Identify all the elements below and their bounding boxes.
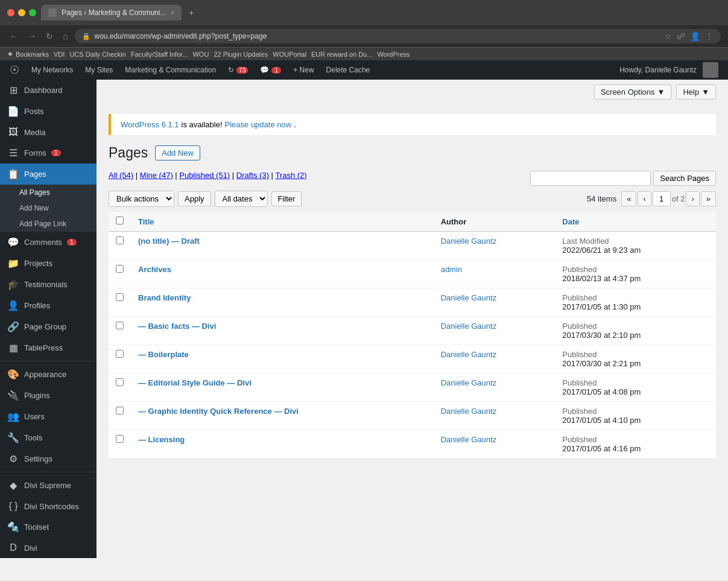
wp-logo-button[interactable]: ☉: [5, 60, 24, 80]
sidebar-item-toolset[interactable]: 🔩 Toolset: [0, 516, 97, 538]
close-dot[interactable]: [7, 9, 14, 16]
sidebar-item-posts[interactable]: 📄 Posts: [0, 101, 97, 122]
minimize-dot[interactable]: [18, 9, 25, 16]
sidebar-item-comments[interactable]: 💬 Comments 1: [0, 232, 97, 253]
prev-page-button[interactable]: ‹: [638, 191, 651, 206]
back-button[interactable]: ←: [7, 30, 21, 42]
sidebar-item-appearance[interactable]: 🎨 Appearance: [0, 364, 97, 385]
my-networks-button[interactable]: My Networks: [27, 60, 78, 80]
address-bar[interactable]: 🔒 wou.edu/marcom/wp-admin/edit.php?post_…: [75, 29, 721, 43]
sidebar-item-tablepress[interactable]: ▦ TablePress: [0, 337, 97, 358]
date-filter-select[interactable]: All dates: [215, 191, 268, 207]
author-link[interactable]: admin: [441, 265, 462, 274]
forward-button[interactable]: →: [25, 30, 39, 42]
page-title-link[interactable]: — Licensing: [138, 435, 185, 444]
delete-cache-button[interactable]: Delete Cache: [321, 60, 375, 80]
reader-icon[interactable]: ☍: [677, 31, 685, 41]
row-checkbox[interactable]: [116, 237, 124, 244]
sidebar-item-settings[interactable]: ⚙ Settings: [0, 448, 97, 469]
sidebar-item-testimonials[interactable]: 🎓 Testimonials: [0, 274, 97, 295]
updates-button[interactable]: ↻ 73: [223, 60, 253, 80]
submenu-all-pages[interactable]: All Pages: [0, 185, 97, 200]
new-content-button[interactable]: + New: [288, 60, 318, 80]
author-link[interactable]: Danielle Gauntz: [441, 293, 497, 302]
row-checkbox[interactable]: [116, 435, 124, 443]
sidebar-item-users[interactable]: 👥 Users: [0, 406, 97, 427]
maximize-dot[interactable]: [29, 9, 36, 16]
apply-button[interactable]: Apply: [178, 191, 211, 206]
sidebar-item-tools[interactable]: 🔧 Tools: [0, 427, 97, 448]
filter-mine[interactable]: Mine (47): [140, 171, 173, 180]
my-sites-button[interactable]: My Sites: [80, 60, 118, 80]
bookmark-wordpress[interactable]: WordPress: [377, 51, 410, 58]
bookmark-wouportal[interactable]: WOUPortal: [273, 51, 306, 58]
new-tab-button[interactable]: +: [189, 8, 194, 17]
bookmark-ucs[interactable]: UCS Daily Checkin: [69, 51, 126, 58]
search-pages-button[interactable]: Search Pages: [653, 171, 716, 186]
bookmark-vdi[interactable]: VDI: [54, 51, 65, 58]
bookmark-plugins[interactable]: 22 Plugin Updates: [214, 51, 268, 58]
row-checkbox[interactable]: [116, 293, 124, 301]
row-checkbox[interactable]: [116, 350, 124, 358]
filter-button[interactable]: Filter: [271, 191, 302, 206]
sidebar-item-divi-supreme[interactable]: ◆ Divi Supreme: [0, 475, 97, 496]
last-page-button[interactable]: »: [701, 191, 716, 206]
submenu-add-new[interactable]: Add New: [0, 200, 97, 216]
update-now-link[interactable]: Please update now: [225, 120, 292, 129]
page-title-link[interactable]: — Basic facts — Divi: [138, 322, 216, 331]
author-link[interactable]: Danielle Gauntz: [441, 378, 497, 387]
bookmark-wou[interactable]: WOU: [192, 51, 209, 58]
bookmark-faculty[interactable]: Faculty/Staff Infor...: [131, 51, 188, 58]
first-page-button[interactable]: «: [621, 191, 636, 206]
author-link[interactable]: Danielle Gauntz: [441, 322, 497, 331]
submenu-add-page-link[interactable]: Add Page Link: [0, 216, 97, 232]
menu-icon[interactable]: ⋮: [705, 31, 714, 41]
next-page-button[interactable]: ›: [686, 191, 699, 206]
sidebar-item-projects[interactable]: 📁 Projects: [0, 253, 97, 274]
update-version-link[interactable]: WordPress 6.1.1: [121, 120, 179, 129]
page-title-link[interactable]: Brand Identity: [138, 293, 191, 302]
bookmark-eur[interactable]: EUR reward on Du...: [311, 51, 372, 58]
page-title-link[interactable]: — Editorial Style Guide — Divi: [138, 378, 252, 387]
sidebar-item-divi-shortcodes[interactable]: { } Divi Shortcodes: [0, 496, 97, 516]
date-sort-link[interactable]: Date: [562, 217, 579, 226]
row-checkbox[interactable]: [116, 378, 124, 386]
bookmark-star-icon[interactable]: ☆: [664, 31, 672, 41]
user-greeting[interactable]: Howdy, Danielle Gauntz: [615, 60, 723, 80]
profile-icon[interactable]: 👤: [690, 31, 700, 41]
sidebar-item-page-group[interactable]: 🔗 Page Group: [0, 316, 97, 337]
browser-tab[interactable]: Pages ‹ Marketing & Communi... ×: [41, 5, 182, 21]
comments-admin-button[interactable]: 💬 1: [255, 60, 286, 80]
tab-close-button[interactable]: ×: [171, 10, 174, 16]
filter-trash[interactable]: Trash (2): [275, 171, 306, 180]
filter-all[interactable]: All (54): [109, 171, 133, 180]
current-page-input[interactable]: [653, 191, 671, 206]
page-title-link[interactable]: — Boilerplate: [138, 350, 189, 359]
search-input[interactable]: [530, 171, 651, 186]
sidebar-item-profiles[interactable]: 👤 Profiles: [0, 295, 97, 316]
filter-drafts[interactable]: Drafts (3): [236, 171, 269, 180]
help-button[interactable]: Help ▼: [676, 84, 716, 100]
sidebar-item-pages[interactable]: 📋 Pages: [0, 164, 97, 185]
page-title-link[interactable]: (no title) — Draft: [138, 237, 200, 246]
page-title-link[interactable]: Archives: [138, 265, 171, 274]
sidebar-item-dashboard[interactable]: ⊞ Dashboard: [0, 80, 97, 101]
sidebar-item-divi[interactable]: D Divi: [0, 538, 97, 558]
row-checkbox[interactable]: [116, 407, 124, 414]
author-link[interactable]: Danielle Gauntz: [441, 435, 497, 444]
sidebar-item-forms[interactable]: ☰ Forms 1: [0, 142, 97, 164]
reload-button[interactable]: ↻: [43, 30, 55, 42]
page-title-link[interactable]: — Graphic Identity Quick Reference — Div…: [138, 407, 299, 416]
sidebar-item-plugins[interactable]: 🔌 Plugins: [0, 385, 97, 406]
site-name-button[interactable]: Marketing & Communication: [120, 60, 221, 80]
select-all-checkbox[interactable]: [116, 217, 124, 224]
bookmark-bookmarks[interactable]: ★ Bookmarks: [7, 50, 49, 58]
author-link[interactable]: Danielle Gauntz: [441, 350, 497, 359]
author-link[interactable]: Danielle Gauntz: [441, 407, 497, 416]
add-new-button[interactable]: Add New: [155, 145, 200, 160]
home-button[interactable]: ⌂: [60, 30, 70, 42]
bulk-actions-select[interactable]: Bulk actions: [109, 191, 174, 207]
row-checkbox[interactable]: [116, 265, 124, 273]
author-link[interactable]: Danielle Gauntz: [441, 237, 497, 246]
filter-published[interactable]: Published (51): [179, 171, 230, 180]
